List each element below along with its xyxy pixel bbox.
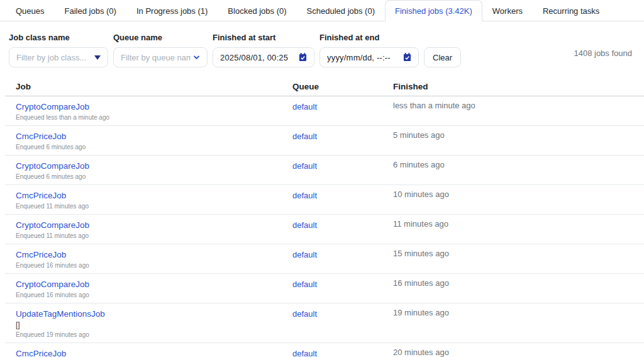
column-header-queue: Queue xyxy=(292,74,393,96)
filter-bar: Job class name Filter by job class... Qu… xyxy=(0,21,644,67)
job-class-filter: Job class name Filter by job class... xyxy=(9,33,108,67)
finished-time: 5 minutes ago xyxy=(393,126,644,155)
finished-time: 16 minutes ago xyxy=(393,274,644,303)
enqueued-text: Enqueued 16 minutes ago xyxy=(16,262,292,269)
queue-label: Queue name xyxy=(113,33,208,42)
finished-time: 11 minutes ago xyxy=(393,215,644,244)
tab-label: Blocked jobs (0) xyxy=(228,6,286,16)
table-body: CryptoCompareJob Enqueued less than a mi… xyxy=(5,96,644,357)
job-link[interactable]: CryptoCompareJob xyxy=(16,280,89,289)
results-count: 1408 jobs found xyxy=(574,48,632,58)
queue-link[interactable]: default xyxy=(292,220,317,230)
tab[interactable]: Workers xyxy=(482,0,533,21)
queue-link[interactable]: default xyxy=(292,280,317,289)
job-link[interactable]: CmcPriceJob xyxy=(16,191,66,200)
column-header-job: Job xyxy=(5,74,292,96)
finished-time: 15 minutes ago xyxy=(393,244,644,273)
calendar-icon[interactable] xyxy=(299,53,307,62)
queue-link[interactable]: default xyxy=(292,102,317,111)
job-link[interactable]: CryptoCompareJob xyxy=(16,102,89,111)
table-row: UpdateTagMentionsJob [] Enqueued 19 minu… xyxy=(5,303,644,343)
table-row: CryptoCompareJob Enqueued less than a mi… xyxy=(5,96,644,126)
queue-link[interactable]: default xyxy=(292,132,317,141)
table-row: CmcPriceJob Enqueued 11 minutes ago defa… xyxy=(5,185,644,215)
job-class-label: Job class name xyxy=(9,33,108,42)
finished-end-placeholder: yyyy/mm/dd, --:-- xyxy=(327,53,399,62)
enqueued-text: Enqueued 6 minutes ago xyxy=(16,144,292,151)
table-row: CryptoCompareJob Enqueued 6 minutes ago … xyxy=(5,156,644,185)
finished-end-input[interactable]: yyyy/mm/dd, --:-- xyxy=(319,47,419,67)
caret-down-icon xyxy=(94,55,101,60)
tab-active[interactable]: Finished jobs (3.42K) xyxy=(385,0,482,21)
job-link[interactable]: CryptoCompareJob xyxy=(16,220,89,230)
enqueued-text: Enqueued 19 minutes ago xyxy=(16,331,292,339)
queue-link[interactable]: default xyxy=(292,191,317,200)
job-link[interactable]: CryptoCompareJob xyxy=(16,161,89,171)
tab-bar: Queues Failed jobs (0) In Progress jobs … xyxy=(0,0,644,21)
queue-placeholder: Filter by queue name. xyxy=(121,53,191,62)
finished-time: 19 minutes ago xyxy=(393,303,644,343)
table-header: Job Queue Finished xyxy=(5,74,644,96)
column-header-finished: Finished xyxy=(393,74,644,96)
finished-time: 20 minutes ago xyxy=(393,343,644,357)
table-row: CmcPriceJob Enqueued 16 minutes ago defa… xyxy=(5,244,644,274)
enqueued-text: Enqueued less than a minute ago xyxy=(16,114,292,122)
finished-end-filter: Finished at end yyyy/mm/dd, --:-- xyxy=(319,33,419,67)
job-link[interactable]: CmcPriceJob xyxy=(16,349,66,357)
job-class-placeholder: Filter by job class... xyxy=(16,53,91,62)
queue-select[interactable]: Filter by queue name. xyxy=(113,47,208,67)
queue-link[interactable]: default xyxy=(292,349,317,357)
tab[interactable]: Failed jobs (0) xyxy=(55,0,126,21)
finished-end-label: Finished at end xyxy=(319,33,419,42)
tab-label: Queues xyxy=(16,6,45,16)
tab-label: Recurring tasks xyxy=(543,6,599,16)
jobs-table: Job Queue Finished CryptoCompareJob Enqu… xyxy=(5,74,644,357)
job-args: [] xyxy=(16,320,292,329)
chevron-down-icon xyxy=(193,55,200,60)
queue-link[interactable]: default xyxy=(292,250,317,259)
finished-start-value: 2025/08/01, 00:25 xyxy=(220,53,295,62)
tab[interactable]: Recurring tasks xyxy=(533,0,609,21)
tab[interactable]: Queues xyxy=(6,0,55,21)
finished-time: less than a minute ago xyxy=(393,96,644,125)
finished-time: 6 minutes ago xyxy=(393,156,644,184)
clear-group: Clear xyxy=(424,33,461,67)
enqueued-text: Enqueued 11 minutes ago xyxy=(16,203,292,210)
tab-label: Scheduled jobs (0) xyxy=(307,6,375,16)
clear-button[interactable]: Clear xyxy=(424,47,461,67)
job-class-select[interactable]: Filter by job class... xyxy=(9,47,108,67)
table-row: CmcPriceJob Enqueued 6 minutes ago defau… xyxy=(5,126,644,156)
calendar-icon[interactable] xyxy=(403,53,411,62)
tab[interactable]: In Progress jobs (1) xyxy=(126,0,218,21)
enqueued-text: Enqueued 16 minutes ago xyxy=(16,292,292,299)
table-row: CryptoCompareJob Enqueued 16 minutes ago… xyxy=(5,274,644,303)
table-row: CryptoCompareJob Enqueued 11 minutes ago… xyxy=(5,215,644,244)
tab-label: In Progress jobs (1) xyxy=(136,6,208,16)
enqueued-text: Enqueued 6 minutes ago xyxy=(16,173,292,181)
tab-label: Finished jobs (3.42K) xyxy=(395,6,472,16)
finished-time: 10 minutes ago xyxy=(393,185,644,214)
finished-start-filter: Finished at start 2025/08/01, 00:25 xyxy=(213,33,314,67)
queue-filter: Queue name Filter by queue name. xyxy=(113,33,208,67)
table-row: CmcPriceJob Enqueued 21 minutes ago defa… xyxy=(5,343,644,357)
job-link[interactable]: CmcPriceJob xyxy=(16,250,66,259)
job-link[interactable]: UpdateTagMentionsJob xyxy=(16,309,105,319)
finished-start-input[interactable]: 2025/08/01, 00:25 xyxy=(213,47,314,67)
queue-link[interactable]: default xyxy=(292,309,317,319)
job-link[interactable]: CmcPriceJob xyxy=(16,132,66,141)
tab[interactable]: Blocked jobs (0) xyxy=(218,0,296,21)
tab[interactable]: Scheduled jobs (0) xyxy=(297,0,385,21)
tab-label: Workers xyxy=(492,6,523,16)
queue-link[interactable]: default xyxy=(292,161,317,171)
finished-start-label: Finished at start xyxy=(213,33,314,42)
tab-label: Failed jobs (0) xyxy=(65,6,116,16)
enqueued-text: Enqueued 11 minutes ago xyxy=(16,232,292,240)
